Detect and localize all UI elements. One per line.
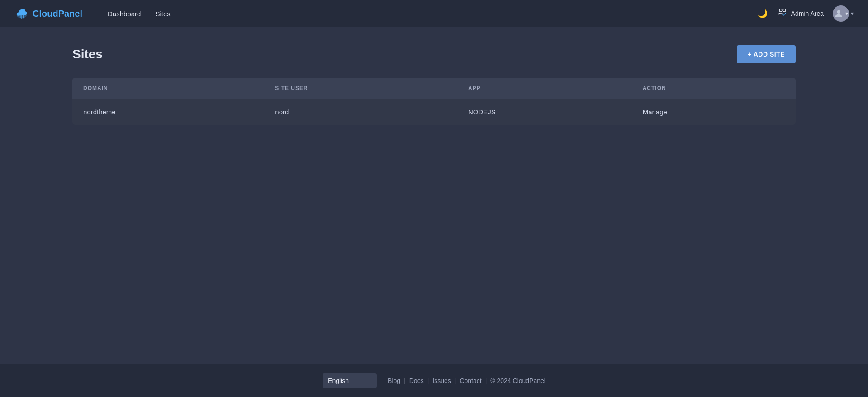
user-menu[interactable]: ▾ — [833, 5, 854, 22]
brand-cloud: Cloud — [33, 9, 58, 19]
footer-divider-4: | — [485, 377, 487, 384]
footer-copyright: © 2024 CloudPanel — [490, 377, 545, 384]
cell-domain: nordtheme — [72, 99, 264, 125]
admin-area-label: Admin Area — [791, 10, 824, 17]
page-header: Sites + ADD SITE — [72, 45, 796, 63]
language-select[interactable]: English — [323, 373, 377, 388]
footer-divider-2: | — [427, 377, 429, 384]
table-header: DOMAIN SITE USER APP ACTION — [72, 78, 796, 99]
col-site-user: SITE USER — [264, 78, 457, 99]
navbar-right: 🌙 Admin Area ▾ — [758, 5, 854, 22]
footer-docs[interactable]: Docs — [409, 377, 424, 384]
table-header-row: DOMAIN SITE USER APP ACTION — [72, 78, 796, 99]
col-action: ACTION — [632, 78, 796, 99]
svg-point-3 — [837, 10, 840, 14]
svg-point-1 — [779, 9, 782, 12]
footer-divider-1: | — [404, 377, 406, 384]
footer-issues[interactable]: Issues — [432, 377, 451, 384]
cell-site-user: nord — [264, 99, 457, 125]
nav-links: Dashboard Sites — [108, 10, 740, 18]
footer-blog[interactable]: Blog — [388, 377, 400, 384]
dark-mode-toggle[interactable]: 🌙 — [758, 9, 768, 19]
cloud-icon — [14, 6, 29, 21]
admin-icon — [777, 7, 787, 20]
nav-sites[interactable]: Sites — [155, 10, 170, 18]
svg-point-2 — [783, 9, 786, 12]
sites-table: DOMAIN SITE USER APP ACTION nordtheme no… — [72, 78, 796, 125]
user-avatar[interactable] — [833, 5, 849, 22]
admin-area-button[interactable]: Admin Area — [777, 7, 824, 20]
brand-panel: Panel — [58, 9, 82, 19]
footer-divider-3: | — [455, 377, 456, 384]
footer-contact[interactable]: Contact — [460, 377, 481, 384]
col-app: APP — [457, 78, 632, 99]
table-row: nordtheme nord NODEJS Manage — [72, 99, 796, 125]
col-domain: DOMAIN — [72, 78, 264, 99]
cell-app: NODEJS — [457, 99, 632, 125]
manage-link[interactable]: Manage — [643, 108, 667, 116]
main-content: Sites + ADD SITE DOMAIN SITE USER APP AC… — [0, 27, 868, 364]
footer-links: Blog | Docs | Issues | Contact | © 2024 … — [388, 377, 545, 384]
brand-logo[interactable]: CloudPanel — [14, 6, 82, 21]
table-body: nordtheme nord NODEJS Manage — [72, 99, 796, 125]
user-dropdown-arrow: ▾ — [851, 10, 854, 17]
page-title: Sites — [72, 47, 103, 61]
brand-name: CloudPanel — [33, 9, 82, 19]
nav-dashboard[interactable]: Dashboard — [108, 10, 141, 18]
add-site-button[interactable]: + ADD SITE — [737, 45, 796, 63]
cell-action: Manage — [632, 99, 796, 125]
footer: English Blog | Docs | Issues | Contact |… — [0, 364, 868, 397]
navbar: CloudPanel Dashboard Sites 🌙 Admin Area — [0, 0, 868, 27]
